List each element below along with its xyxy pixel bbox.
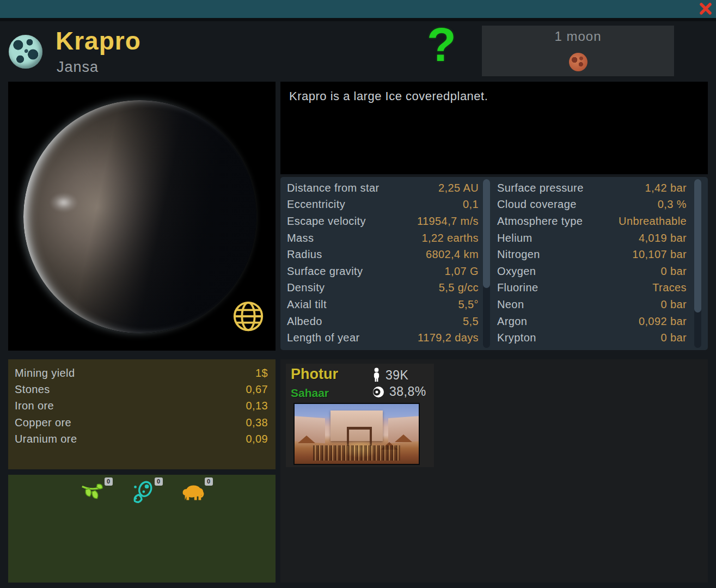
stat-row: Oxygen0 bar (497, 263, 687, 280)
stat-label: Eccentricity (287, 198, 345, 211)
stat-row: Surface pressure1,42 bar (497, 180, 687, 197)
stat-label: Nitrogen (497, 248, 540, 261)
biosphere-panel: 0 0 0 (8, 475, 276, 583)
mining-value: 0,67 (246, 383, 268, 396)
region-name: Sahaar (291, 387, 329, 400)
stat-label: Fluorine (497, 281, 538, 294)
stat-value: 1,42 bar (645, 182, 687, 194)
stat-value: Traces (652, 281, 687, 294)
city-card[interactable]: Photur Sahaar 39K 38,8% (286, 364, 434, 467)
stat-row: Neon0 bar (497, 296, 687, 313)
biosphere-animals: 0 (180, 480, 205, 505)
planet-view-panel (8, 82, 276, 351)
stat-row: Mass1,22 earths (287, 230, 479, 247)
globe-icon (231, 299, 265, 333)
help-button[interactable]: ? (427, 21, 456, 69)
stat-label: Oxygen (497, 265, 536, 278)
stat-row: Escape velocity11954,7 m/s (287, 213, 479, 230)
stat-value: 1179,2 days (418, 332, 479, 344)
scrollbar-thumb[interactable] (694, 179, 701, 313)
stat-row: Radius6802,4 km (287, 246, 479, 263)
close-icon (699, 2, 712, 15)
mining-value: 1$ (255, 367, 268, 379)
stats-column-atmosphere: Surface pressure1,42 bar Cloud coverage0… (497, 180, 687, 346)
population-icon (372, 367, 381, 383)
stat-label: Cloud coverage (497, 198, 577, 211)
mining-row: Copper ore0,38 (15, 414, 268, 431)
stat-row: Distance from star2,25 AU (287, 180, 479, 197)
planet-info-window: Krapro Jansa ? 1 moon (0, 0, 716, 588)
stat-label: Neon (497, 298, 524, 311)
cities-panel: Photur Sahaar 39K 38,8% (280, 359, 708, 583)
city-name: Photur (291, 366, 338, 383)
stat-row: FluorineTraces (497, 280, 687, 297)
stat-label: Albedo (287, 315, 322, 328)
mining-label: Iron ore (15, 400, 54, 412)
planet-ice-spot (50, 193, 78, 212)
stat-row: Nitrogen10,107 bar (497, 246, 687, 263)
stats-column-orbital: Distance from star2,25 AU Eccentricity0,… (287, 180, 479, 346)
stats-panel: Distance from star2,25 AU Eccentricity0,… (280, 177, 708, 350)
stat-label: Axial tilt (287, 298, 327, 311)
stat-row: Helium4,019 bar (497, 230, 687, 247)
mining-label: Copper ore (15, 416, 71, 429)
stat-row: Density5,5 g/cc (287, 280, 479, 297)
microbes-count-badge: 0 (155, 477, 163, 486)
stat-value: 0,092 bar (639, 315, 687, 328)
stat-value: 5,5 g/cc (439, 281, 479, 294)
animals-count-badge: 0 (205, 477, 213, 486)
stat-value: 0,3 % (658, 198, 687, 211)
stat-value: 11954,7 m/s (417, 215, 479, 228)
mining-row: Uranium ore0,09 (15, 431, 268, 448)
stat-row: Axial tilt5,5° (287, 296, 479, 313)
microbe-icon (130, 480, 155, 505)
stats-scrollbar-right[interactable] (694, 179, 701, 348)
leaf-icon (79, 480, 105, 505)
mining-value: 0,38 (246, 416, 268, 429)
stat-value: 0 bar (660, 298, 687, 311)
mining-value: 0,13 (246, 400, 268, 412)
stat-row: Surface gravity1,07 G (287, 263, 479, 280)
stat-value: 0,1 (463, 198, 479, 211)
stat-value: 5,5° (458, 298, 479, 311)
stat-label: Escape velocity (287, 215, 366, 228)
mining-row: Mining yield1$ (15, 365, 268, 381)
planet-render (23, 100, 256, 333)
stat-label: Distance from star (287, 182, 379, 194)
stat-value: 6802,4 km (426, 248, 479, 261)
mining-value: 0,09 (246, 433, 268, 445)
stat-label: Mass (287, 232, 314, 244)
globe-map-button[interactable] (231, 299, 265, 333)
stat-row: Albedo5,5 (287, 313, 479, 330)
close-button[interactable] (699, 2, 712, 15)
stat-value: 1,07 G (445, 265, 479, 278)
description-panel: Krapro is a large Ice coveredplanet. (280, 82, 708, 174)
stat-value: 2,25 AU (438, 182, 479, 194)
stat-value: 0 bar (660, 332, 687, 344)
stats-scrollbar-left[interactable] (483, 179, 490, 348)
mining-panel: Mining yield1$ Stones0,67 Iron ore0,13 C… (8, 359, 276, 469)
scrollbar-thumb[interactable] (483, 179, 490, 288)
stat-row: Atmosphere typeUnbreathable (497, 213, 687, 230)
stat-value: 5,5 (463, 315, 479, 328)
stat-label: Argon (497, 315, 527, 328)
mining-row: Iron ore0,13 (15, 398, 268, 414)
approval-value: 38,8% (389, 384, 426, 399)
stat-label: Helium (497, 232, 533, 244)
city-roof (298, 436, 315, 443)
system-name: Jansa (57, 59, 99, 76)
stat-value: 10,107 bar (632, 248, 687, 261)
moon-icon[interactable] (569, 53, 588, 71)
page-title: Krapro (56, 26, 141, 56)
stat-row: Length of year1179,2 days (287, 329, 479, 346)
mining-label: Mining yield (15, 367, 75, 379)
moon-count-box: 1 moon (482, 26, 674, 76)
population-value: 39K (385, 368, 408, 383)
stat-label: Length of year (287, 332, 359, 344)
stat-value: 0 bar (660, 265, 687, 278)
stat-row: Argon0,092 bar (497, 313, 687, 330)
stat-row: Eccentricity0,1 (287, 197, 479, 213)
stat-label: Surface pressure (497, 182, 584, 194)
mining-label: Stones (15, 383, 50, 396)
stat-label: Krypton (497, 332, 536, 344)
